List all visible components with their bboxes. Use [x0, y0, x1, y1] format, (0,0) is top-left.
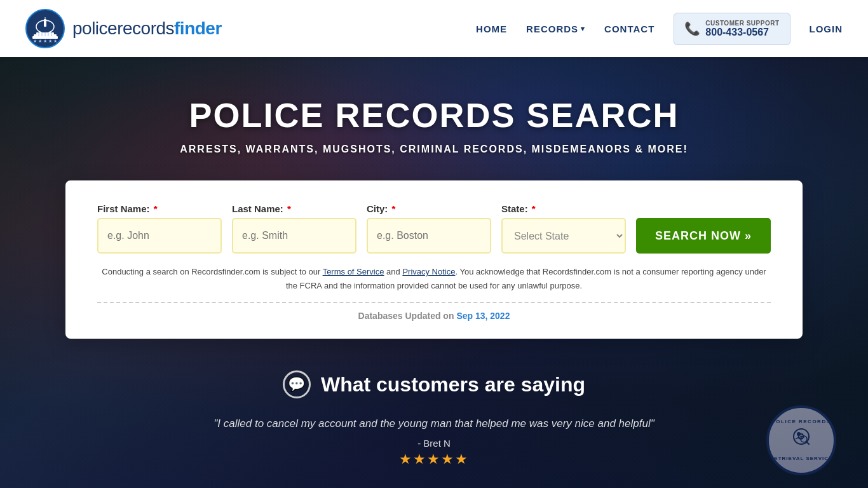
svg-text:★ ★ ★ ★ ★: ★ ★ ★ ★ ★	[33, 39, 57, 43]
state-select[interactable]: Select StateAlabamaAlaskaArizonaArkansas…	[501, 218, 626, 254]
first-name-field-group: First Name: *	[97, 203, 222, 254]
hero-section: POLICE RECORDS SEARCH ARRESTS, WARRANTS,…	[0, 57, 868, 488]
db-update-text: Databases Updated on Sep 13, 2022	[97, 311, 771, 321]
svg-rect-6	[38, 32, 39, 36]
nav-contact[interactable]: CONTACT	[604, 24, 654, 34]
testimonial-section: 💬 What customers are saying "I called to…	[0, 339, 868, 488]
chevron-down-icon: ▾	[581, 25, 585, 33]
hero-content: POLICE RECORDS SEARCH ARRESTS, WARRANTS,…	[0, 95, 868, 339]
search-button[interactable]: SEARCH NOW »	[636, 218, 771, 254]
nav-home[interactable]: HOME	[476, 24, 507, 34]
phone-icon: 📞	[684, 21, 700, 36]
first-name-input[interactable]	[97, 218, 222, 254]
login-button[interactable]: LOGIN	[810, 24, 843, 34]
testimonial-author: - Bret N	[417, 438, 451, 449]
svg-rect-5	[45, 17, 46, 20]
state-field-group: State: * Select StateAlabamaAlaskaArizon…	[501, 203, 626, 254]
terms-link[interactable]: Terms of Service	[323, 267, 384, 276]
logo-icon: ★ ★ ★ ★ ★	[25, 9, 65, 48]
svg-rect-10	[51, 32, 52, 36]
support-label: CUSTOMER SUPPORT	[705, 20, 779, 27]
chat-icon: 💬	[283, 370, 311, 398]
hero-subtitle: ARRESTS, WARRANTS, MUGSHOTS, CRIMINAL RE…	[180, 144, 688, 155]
search-fields: First Name: * Last Name: * City: *	[97, 203, 771, 254]
testimonial-stars: ★★★★★	[399, 451, 469, 468]
logo-text: policerecordsfinder	[72, 18, 222, 39]
svg-rect-8	[44, 32, 46, 36]
form-divider	[97, 302, 771, 303]
city-field-group: City: *	[367, 203, 491, 254]
last-name-field-group: Last Name: *	[232, 203, 356, 254]
logo[interactable]: ★ ★ ★ ★ ★ policerecordsfinder	[25, 9, 222, 48]
privacy-link[interactable]: Privacy Notice	[402, 267, 455, 276]
last-name-input[interactable]	[232, 218, 356, 254]
last-name-label: Last Name: *	[232, 203, 356, 214]
svg-rect-9	[48, 32, 49, 36]
testimonial-title: What customers are saying	[321, 373, 585, 396]
state-label: State: *	[501, 203, 626, 214]
main-nav: HOME RECORDS ▾ CONTACT 📞 CUSTOMER SUPPOR…	[476, 13, 843, 45]
testimonial-header: 💬 What customers are saying	[283, 370, 585, 398]
support-number: 800-433-0567	[705, 27, 769, 38]
city-label: City: *	[367, 203, 491, 214]
svg-rect-7	[41, 32, 43, 36]
nav-records[interactable]: RECORDS ▾	[526, 24, 585, 34]
city-input[interactable]	[367, 218, 491, 254]
header: ★ ★ ★ ★ ★ policerecordsfinder HOME RECOR…	[0, 0, 868, 57]
search-card: First Name: * Last Name: * City: *	[65, 180, 803, 339]
svg-rect-4	[44, 19, 46, 27]
testimonial-quote: "I called to cancel my account and the y…	[214, 417, 654, 430]
first-name-label: First Name: *	[97, 203, 222, 214]
hero-title: POLICE RECORDS SEARCH	[189, 95, 679, 135]
customer-support-button[interactable]: 📞 CUSTOMER SUPPORT 800-433-0567	[674, 13, 790, 45]
disclaimer-text: Conducting a search on Recordsfinder.com…	[97, 265, 771, 293]
